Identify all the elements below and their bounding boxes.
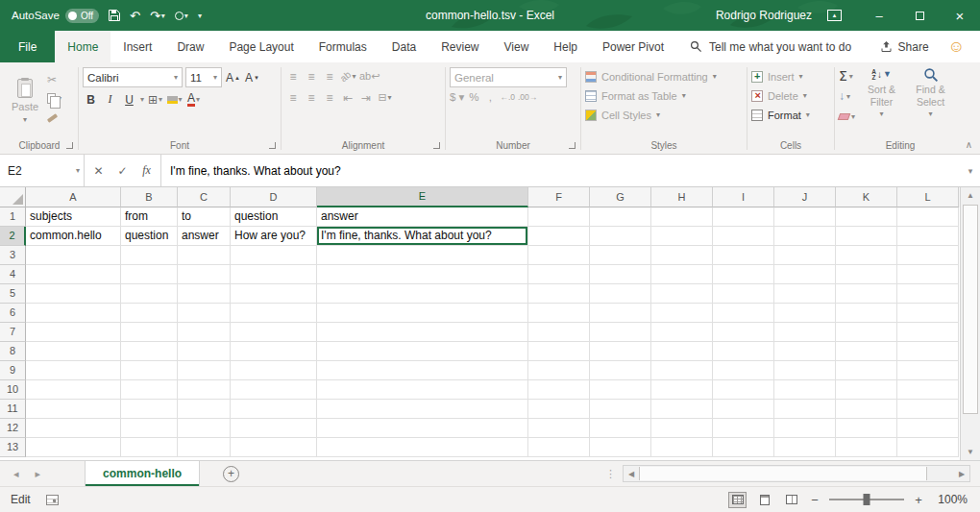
cell-K10[interactable] <box>836 380 897 400</box>
cell-B6[interactable] <box>121 304 178 323</box>
cell-H9[interactable] <box>651 361 713 380</box>
tab-page-layout[interactable]: Page Layout <box>216 31 306 62</box>
cell-D3[interactable] <box>231 246 317 265</box>
cell-E4[interactable] <box>317 265 528 284</box>
cell-K6[interactable] <box>836 304 897 323</box>
cell-I10[interactable] <box>713 380 774 400</box>
cell-L11[interactable] <box>897 400 959 419</box>
cell-G10[interactable] <box>590 380 651 400</box>
cell-F10[interactable] <box>528 380 590 400</box>
align-right-button[interactable]: ≡ <box>322 91 337 105</box>
cell-C6[interactable] <box>178 304 231 323</box>
row-header-4[interactable]: 4 <box>0 265 26 284</box>
cell-C11[interactable] <box>178 400 231 419</box>
cell-F2[interactable] <box>528 227 590 246</box>
cell-L3[interactable] <box>897 246 959 265</box>
cell-J11[interactable] <box>774 400 836 419</box>
decrease-decimal-button[interactable]: .00→ <box>518 92 537 102</box>
macro-record-button[interactable] <box>46 495 59 505</box>
font-color-button[interactable]: A▾ <box>185 90 202 109</box>
tab-file[interactable]: File <box>0 31 55 62</box>
orientation-button[interactable]: ab▾ <box>340 67 356 85</box>
cell-J7[interactable] <box>774 323 836 342</box>
tab-formulas[interactable]: Formulas <box>306 31 380 62</box>
cell-L12[interactable] <box>897 419 959 438</box>
customize-quick-access-button[interactable]: ▾ <box>198 12 202 20</box>
view-page-layout-button[interactable] <box>755 492 773 508</box>
cell-F1[interactable] <box>528 207 590 227</box>
cell-H12[interactable] <box>651 419 713 438</box>
cell-K12[interactable] <box>836 419 897 438</box>
cell-L7[interactable] <box>897 323 959 342</box>
cell-I13[interactable] <box>713 438 774 457</box>
fill-button[interactable]: ↓▾ <box>839 87 855 105</box>
cell-K7[interactable] <box>836 323 897 342</box>
cell-C13[interactable] <box>178 438 231 457</box>
cell-L5[interactable] <box>897 284 959 304</box>
horizontal-scroll-thumb[interactable] <box>639 467 927 480</box>
cell-G7[interactable] <box>590 323 651 342</box>
cell-K13[interactable] <box>836 438 897 457</box>
cut-button[interactable]: ✂ <box>47 72 61 86</box>
scroll-down-icon[interactable]: ▼ <box>961 444 980 460</box>
cell-J12[interactable] <box>774 419 836 438</box>
cell-I6[interactable] <box>713 304 774 323</box>
row-header-10[interactable]: 10 <box>0 380 26 400</box>
cell-B10[interactable] <box>121 380 178 400</box>
cell-H4[interactable] <box>651 265 713 284</box>
autosave-toggle[interactable]: AutoSave Off <box>12 9 99 23</box>
tab-review[interactable]: Review <box>429 31 491 62</box>
format-cells-button[interactable]: Format▾ <box>751 106 830 124</box>
cell-E2[interactable]: I'm fine, thanks. What about you? <box>317 227 528 246</box>
cell-D10[interactable] <box>231 380 317 400</box>
cell-D5[interactable] <box>231 284 317 304</box>
save-button[interactable] <box>109 10 120 21</box>
column-header-K[interactable]: K <box>836 187 897 207</box>
cell-C1[interactable]: to <box>178 207 231 227</box>
cell-K8[interactable] <box>836 342 897 361</box>
cell-H6[interactable] <box>651 304 713 323</box>
italic-button[interactable]: I <box>102 90 118 109</box>
name-box-chevron-icon[interactable]: ▾ <box>76 166 80 175</box>
cell-F6[interactable] <box>528 304 590 323</box>
cell-B11[interactable] <box>121 400 178 419</box>
undo-button[interactable]: ↶ <box>130 9 140 23</box>
cell-G3[interactable] <box>590 246 651 265</box>
cell-A10[interactable] <box>26 380 121 400</box>
column-header-A[interactable]: A <box>26 187 121 207</box>
tell-me-search[interactable]: Tell me what you want to do <box>690 31 851 62</box>
cell-B5[interactable] <box>121 284 178 304</box>
cell-A9[interactable] <box>26 361 121 380</box>
cell-K9[interactable] <box>836 361 897 380</box>
cell-E1[interactable]: answer <box>317 207 528 227</box>
autosum-button[interactable]: Σ▾ <box>839 67 855 85</box>
column-header-H[interactable]: H <box>651 187 713 207</box>
user-name[interactable]: Rodrigo Rodriguez <box>716 9 812 22</box>
cell-G8[interactable] <box>590 342 651 361</box>
zoom-out-button[interactable]: − <box>809 493 821 507</box>
cell-G12[interactable] <box>590 419 651 438</box>
cell-C12[interactable] <box>178 419 231 438</box>
tab-home[interactable]: Home <box>55 31 110 62</box>
format-painter-button[interactable] <box>47 110 61 125</box>
cell-E3[interactable] <box>317 246 528 265</box>
autosave-switch[interactable]: Off <box>65 9 99 23</box>
cell-L6[interactable] <box>897 304 959 323</box>
cell-E6[interactable] <box>317 304 528 323</box>
cell-H7[interactable] <box>651 323 713 342</box>
cell-C9[interactable] <box>178 361 231 380</box>
sort-filter-button[interactable]: AZ↓▼ Sort & Filter ▾ <box>859 65 904 137</box>
insert-function-button[interactable]: fx <box>135 163 159 178</box>
feedback-smiley-button[interactable]: ☺ <box>948 31 965 62</box>
cell-K11[interactable] <box>836 400 897 419</box>
cell-H10[interactable] <box>651 380 713 400</box>
paste-button[interactable]: Paste ▾ <box>5 65 45 137</box>
column-header-E[interactable]: E <box>317 187 528 207</box>
cell-F13[interactable] <box>528 438 590 457</box>
cell-D6[interactable] <box>231 304 317 323</box>
row-header-6[interactable]: 6 <box>0 304 26 323</box>
cell-J10[interactable] <box>774 380 836 400</box>
align-left-button[interactable]: ≡ <box>285 91 301 105</box>
cell-G2[interactable] <box>590 227 651 246</box>
sheetbar-resize-handle[interactable]: ⋮ <box>599 461 623 486</box>
